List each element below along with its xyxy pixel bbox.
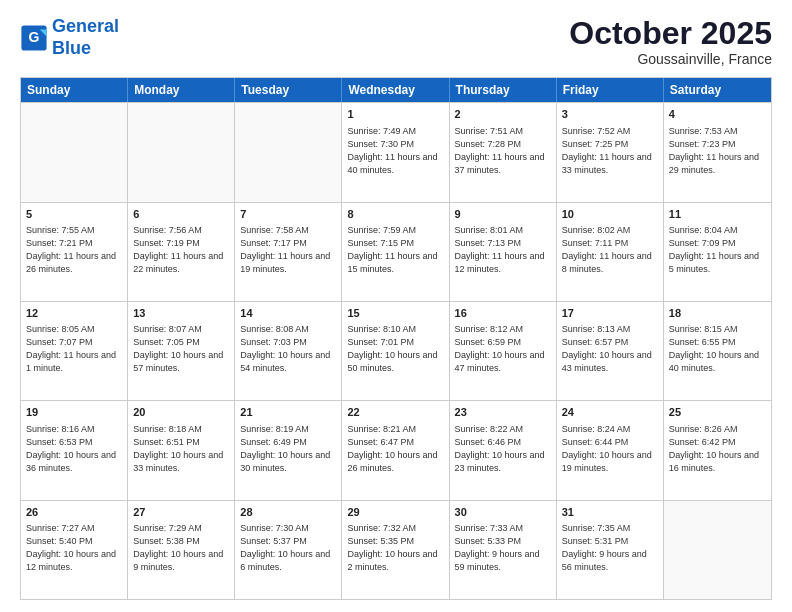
day-number: 17: [562, 306, 658, 321]
day-number: 12: [26, 306, 122, 321]
cell-info: Sunrise: 7:27 AMSunset: 5:40 PMDaylight:…: [26, 522, 122, 574]
cell-info: Sunrise: 8:04 AMSunset: 7:09 PMDaylight:…: [669, 224, 766, 276]
day-number: 2: [455, 107, 551, 122]
cell-info: Sunrise: 8:10 AMSunset: 7:01 PMDaylight:…: [347, 323, 443, 375]
cell-info: Sunrise: 7:35 AMSunset: 5:31 PMDaylight:…: [562, 522, 658, 574]
cell-info: Sunrise: 8:05 AMSunset: 7:07 PMDaylight:…: [26, 323, 122, 375]
svg-text:G: G: [29, 29, 40, 45]
day-number: 21: [240, 405, 336, 420]
day-cell-14: 14Sunrise: 8:08 AMSunset: 7:03 PMDayligh…: [235, 302, 342, 400]
cell-info: Sunrise: 7:56 AMSunset: 7:19 PMDaylight:…: [133, 224, 229, 276]
cell-info: Sunrise: 7:58 AMSunset: 7:17 PMDaylight:…: [240, 224, 336, 276]
cell-info: Sunrise: 7:32 AMSunset: 5:35 PMDaylight:…: [347, 522, 443, 574]
day-cell-23: 23Sunrise: 8:22 AMSunset: 6:46 PMDayligh…: [450, 401, 557, 499]
day-cell-28: 28Sunrise: 7:30 AMSunset: 5:37 PMDayligh…: [235, 501, 342, 599]
cell-info: Sunrise: 7:33 AMSunset: 5:33 PMDaylight:…: [455, 522, 551, 574]
cell-info: Sunrise: 7:53 AMSunset: 7:23 PMDaylight:…: [669, 125, 766, 177]
logo-line1: General: [52, 16, 119, 36]
day-number: 13: [133, 306, 229, 321]
day-number: 9: [455, 207, 551, 222]
day-number: 28: [240, 505, 336, 520]
calendar-row-4: 26Sunrise: 7:27 AMSunset: 5:40 PMDayligh…: [21, 500, 771, 599]
cell-info: Sunrise: 7:30 AMSunset: 5:37 PMDaylight:…: [240, 522, 336, 574]
day-cell-10: 10Sunrise: 8:02 AMSunset: 7:11 PMDayligh…: [557, 203, 664, 301]
cell-info: Sunrise: 8:08 AMSunset: 7:03 PMDaylight:…: [240, 323, 336, 375]
day-number: 27: [133, 505, 229, 520]
day-number: 3: [562, 107, 658, 122]
calendar-header: SundayMondayTuesdayWednesdayThursdayFrid…: [21, 78, 771, 102]
day-number: 8: [347, 207, 443, 222]
day-cell-31: 31Sunrise: 7:35 AMSunset: 5:31 PMDayligh…: [557, 501, 664, 599]
cell-info: Sunrise: 8:07 AMSunset: 7:05 PMDaylight:…: [133, 323, 229, 375]
day-number: 25: [669, 405, 766, 420]
calendar-row-0: 1Sunrise: 7:49 AMSunset: 7:30 PMDaylight…: [21, 102, 771, 201]
cell-info: Sunrise: 8:16 AMSunset: 6:53 PMDaylight:…: [26, 423, 122, 475]
day-cell-12: 12Sunrise: 8:05 AMSunset: 7:07 PMDayligh…: [21, 302, 128, 400]
day-cell-17: 17Sunrise: 8:13 AMSunset: 6:57 PMDayligh…: [557, 302, 664, 400]
day-number: 5: [26, 207, 122, 222]
header-day-tuesday: Tuesday: [235, 78, 342, 102]
logo-icon: G: [20, 24, 48, 52]
calendar-grid: SundayMondayTuesdayWednesdayThursdayFrid…: [20, 77, 772, 600]
day-number: 16: [455, 306, 551, 321]
day-number: 30: [455, 505, 551, 520]
cell-info: Sunrise: 8:02 AMSunset: 7:11 PMDaylight:…: [562, 224, 658, 276]
day-cell-8: 8Sunrise: 7:59 AMSunset: 7:15 PMDaylight…: [342, 203, 449, 301]
cell-info: Sunrise: 8:18 AMSunset: 6:51 PMDaylight:…: [133, 423, 229, 475]
day-number: 22: [347, 405, 443, 420]
cell-info: Sunrise: 8:26 AMSunset: 6:42 PMDaylight:…: [669, 423, 766, 475]
day-number: 7: [240, 207, 336, 222]
day-number: 29: [347, 505, 443, 520]
day-cell-4: 4Sunrise: 7:53 AMSunset: 7:23 PMDaylight…: [664, 103, 771, 201]
header-day-thursday: Thursday: [450, 78, 557, 102]
logo-line2: Blue: [52, 38, 91, 58]
day-cell-26: 26Sunrise: 7:27 AMSunset: 5:40 PMDayligh…: [21, 501, 128, 599]
cell-info: Sunrise: 8:19 AMSunset: 6:49 PMDaylight:…: [240, 423, 336, 475]
header-day-wednesday: Wednesday: [342, 78, 449, 102]
calendar-row-1: 5Sunrise: 7:55 AMSunset: 7:21 PMDaylight…: [21, 202, 771, 301]
day-number: 31: [562, 505, 658, 520]
day-cell-13: 13Sunrise: 8:07 AMSunset: 7:05 PMDayligh…: [128, 302, 235, 400]
day-number: 26: [26, 505, 122, 520]
calendar-body: 1Sunrise: 7:49 AMSunset: 7:30 PMDaylight…: [21, 102, 771, 599]
day-number: 14: [240, 306, 336, 321]
day-number: 6: [133, 207, 229, 222]
cell-info: Sunrise: 7:51 AMSunset: 7:28 PMDaylight:…: [455, 125, 551, 177]
empty-cell: [21, 103, 128, 201]
day-number: 24: [562, 405, 658, 420]
logo: G General Blue: [20, 16, 119, 59]
location-subtitle: Goussainville, France: [569, 51, 772, 67]
day-number: 10: [562, 207, 658, 222]
day-number: 20: [133, 405, 229, 420]
day-cell-6: 6Sunrise: 7:56 AMSunset: 7:19 PMDaylight…: [128, 203, 235, 301]
cell-info: Sunrise: 7:55 AMSunset: 7:21 PMDaylight:…: [26, 224, 122, 276]
day-cell-27: 27Sunrise: 7:29 AMSunset: 5:38 PMDayligh…: [128, 501, 235, 599]
day-cell-22: 22Sunrise: 8:21 AMSunset: 6:47 PMDayligh…: [342, 401, 449, 499]
day-cell-25: 25Sunrise: 8:26 AMSunset: 6:42 PMDayligh…: [664, 401, 771, 499]
day-cell-7: 7Sunrise: 7:58 AMSunset: 7:17 PMDaylight…: [235, 203, 342, 301]
day-cell-18: 18Sunrise: 8:15 AMSunset: 6:55 PMDayligh…: [664, 302, 771, 400]
header-day-sunday: Sunday: [21, 78, 128, 102]
day-number: 11: [669, 207, 766, 222]
calendar-row-2: 12Sunrise: 8:05 AMSunset: 7:07 PMDayligh…: [21, 301, 771, 400]
empty-cell: [664, 501, 771, 599]
header-day-friday: Friday: [557, 78, 664, 102]
day-number: 15: [347, 306, 443, 321]
cell-info: Sunrise: 8:22 AMSunset: 6:46 PMDaylight:…: [455, 423, 551, 475]
day-cell-16: 16Sunrise: 8:12 AMSunset: 6:59 PMDayligh…: [450, 302, 557, 400]
cell-info: Sunrise: 8:12 AMSunset: 6:59 PMDaylight:…: [455, 323, 551, 375]
day-number: 1: [347, 107, 443, 122]
day-cell-11: 11Sunrise: 8:04 AMSunset: 7:09 PMDayligh…: [664, 203, 771, 301]
cell-info: Sunrise: 8:01 AMSunset: 7:13 PMDaylight:…: [455, 224, 551, 276]
cell-info: Sunrise: 7:49 AMSunset: 7:30 PMDaylight:…: [347, 125, 443, 177]
cell-info: Sunrise: 8:21 AMSunset: 6:47 PMDaylight:…: [347, 423, 443, 475]
title-block: October 2025 Goussainville, France: [569, 16, 772, 67]
header-day-monday: Monday: [128, 78, 235, 102]
calendar-row-3: 19Sunrise: 8:16 AMSunset: 6:53 PMDayligh…: [21, 400, 771, 499]
day-cell-9: 9Sunrise: 8:01 AMSunset: 7:13 PMDaylight…: [450, 203, 557, 301]
header: G General Blue October 2025 Goussainvill…: [20, 16, 772, 67]
day-number: 4: [669, 107, 766, 122]
empty-cell: [235, 103, 342, 201]
day-cell-21: 21Sunrise: 8:19 AMSunset: 6:49 PMDayligh…: [235, 401, 342, 499]
empty-cell: [128, 103, 235, 201]
